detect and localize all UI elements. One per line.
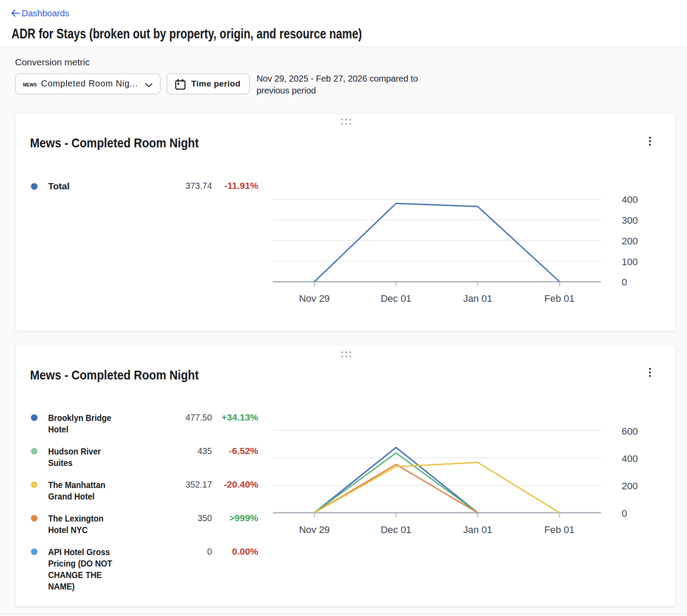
svg-text:Jan 01: Jan 01 bbox=[463, 524, 492, 535]
svg-text:Feb 01: Feb 01 bbox=[544, 293, 575, 304]
svg-text:Dec 01: Dec 01 bbox=[381, 524, 411, 535]
svg-text:Feb 01: Feb 01 bbox=[544, 524, 575, 535]
svg-text:Nov 29: Nov 29 bbox=[299, 524, 330, 535]
svg-text:200: 200 bbox=[622, 236, 638, 247]
svg-text:Nov 29: Nov 29 bbox=[299, 293, 330, 304]
svg-text:200: 200 bbox=[622, 481, 638, 492]
svg-text:600: 600 bbox=[622, 426, 638, 437]
svg-text:400: 400 bbox=[622, 194, 638, 205]
svg-text:0: 0 bbox=[622, 508, 627, 519]
svg-text:400: 400 bbox=[622, 453, 638, 464]
svg-text:100: 100 bbox=[622, 256, 638, 267]
svg-text:Jan 01: Jan 01 bbox=[463, 293, 492, 304]
svg-text:0: 0 bbox=[622, 277, 627, 288]
svg-text:300: 300 bbox=[622, 215, 638, 226]
svg-text:Dec 01: Dec 01 bbox=[381, 293, 411, 304]
